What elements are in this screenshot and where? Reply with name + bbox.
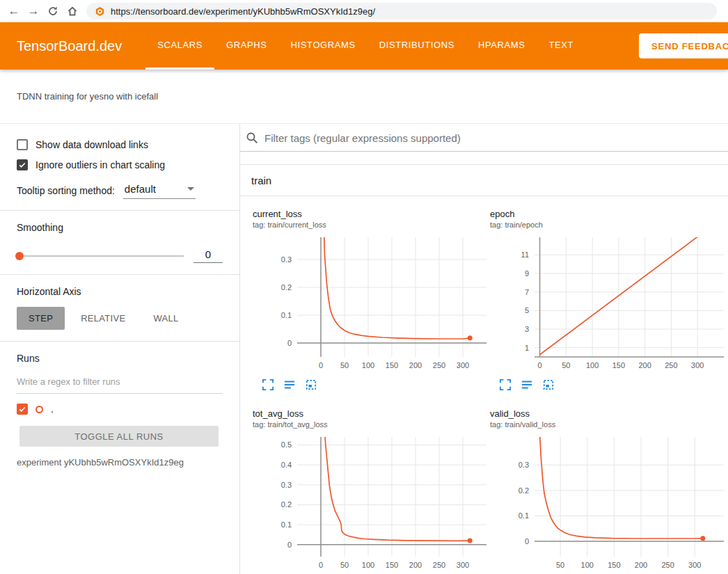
svg-text:200: 200 (409, 361, 422, 369)
axis-step-button[interactable]: STEP (17, 307, 65, 330)
svg-text:150: 150 (386, 361, 398, 369)
main-content: train current_losstag: train/current_los… (240, 124, 728, 574)
tooltip-sorting-value: default (125, 183, 156, 195)
svg-text:200: 200 (638, 361, 651, 369)
settings-sidebar: Show data download links Ignore outliers… (0, 124, 240, 574)
svg-text:100: 100 (362, 561, 374, 569)
run-name: . (51, 404, 54, 415)
ignore-outliers-checkbox[interactable] (17, 159, 28, 170)
home-icon[interactable] (63, 1, 82, 21)
svg-text:50: 50 (556, 561, 564, 569)
sidebar-divider (0, 341, 239, 342)
url-text: https://tensorboard.dev/experiment/yKUbh… (111, 6, 375, 17)
svg-text:0: 0 (319, 361, 323, 369)
svg-text:0.5: 0.5 (281, 440, 292, 449)
tab-graphs[interactable]: GRAPHS (214, 22, 279, 70)
experiment-id-label: experiment yKUbhb5wRmOSXYkId1z9eg (17, 457, 223, 468)
svg-text:150: 150 (612, 361, 625, 369)
svg-text:50: 50 (340, 561, 349, 569)
smoothing-value[interactable]: 0 (193, 248, 223, 263)
expand-icon[interactable] (262, 379, 274, 390)
tab-histograms[interactable]: HISTOGRAMS (279, 22, 367, 70)
svg-text:0.3: 0.3 (281, 255, 292, 264)
chart-tag: tag: train/epoch (490, 221, 724, 229)
runs-label: Runs (17, 353, 223, 364)
tab-text[interactable]: TEXT (537, 22, 586, 70)
svg-text:100: 100 (581, 561, 594, 569)
tab-distributions[interactable]: DISTRIBUTIONS (367, 22, 466, 70)
tooltip-sorting-label: Tooltip sorting method: (17, 185, 115, 196)
charts-grid: current_losstag: train/current_loss05010… (240, 196, 728, 574)
chart-plot[interactable]: 05010015020025030000.10.20.30.40.5 (253, 434, 486, 571)
chart-card: tot_avg_losstag: train/tot_avg_loss05010… (253, 408, 486, 574)
svg-text:200: 200 (635, 561, 647, 569)
experiment-title-row: TDNN training for yesno with icefall (0, 70, 728, 124)
smoothing-slider-handle[interactable] (15, 252, 24, 260)
chart-plot[interactable]: 5010015020025030000.10.20.3 (490, 434, 724, 571)
chart-tag: tag: train/valid_loss (490, 420, 724, 429)
tag-filter-bar (240, 124, 728, 152)
run-checkbox[interactable] (17, 404, 28, 415)
chart-tag: tag: train/tot_avg_loss (253, 420, 486, 429)
svg-text:0: 0 (525, 537, 529, 545)
tooltip-sorting-select[interactable]: default (123, 182, 196, 199)
svg-text:100: 100 (586, 361, 599, 369)
tensorboard-favicon (95, 6, 105, 17)
tensorboard-logo: TensorBoard.dev (17, 38, 122, 54)
chart-plot[interactable]: 0501001502002503001357911 (490, 234, 724, 371)
smoothing-slider[interactable] (17, 255, 184, 257)
svg-text:0.1: 0.1 (281, 311, 292, 319)
svg-text:0.2: 0.2 (281, 283, 292, 292)
svg-text:3: 3 (525, 325, 529, 333)
section-header-train[interactable]: train (240, 165, 728, 196)
svg-text:300: 300 (691, 361, 704, 369)
app-header: TensorBoard.dev SCALARS GRAPHS HISTOGRAM… (0, 22, 728, 70)
sidebar-divider (0, 274, 239, 275)
svg-text:0.2: 0.2 (519, 486, 529, 495)
runs-filter-input[interactable] (17, 372, 223, 394)
chart-toolbar (253, 379, 486, 390)
search-icon (246, 131, 258, 144)
fit-domain-icon[interactable] (306, 379, 317, 390)
svg-text:200: 200 (409, 561, 422, 569)
tab-scalars[interactable]: SCALARS (145, 22, 214, 70)
svg-text:100: 100 (362, 361, 374, 369)
address-bar[interactable]: https://tensorboard.dev/experiment/yKUbh… (86, 3, 717, 19)
run-color-swatch (35, 406, 43, 413)
svg-text:300: 300 (688, 561, 701, 569)
svg-text:250: 250 (433, 561, 445, 569)
chart-title: valid_loss (490, 408, 724, 419)
sidebar-divider (0, 210, 239, 211)
toggle-all-runs-button[interactable]: TOGGLE ALL RUNS (19, 426, 219, 447)
show-download-links-label: Show data download links (35, 139, 148, 150)
svg-text:0.1: 0.1 (281, 520, 292, 529)
svg-text:1: 1 (525, 344, 529, 352)
svg-text:250: 250 (433, 361, 445, 369)
svg-text:0: 0 (319, 561, 323, 569)
chart-tag: tag: train/current_loss (253, 221, 486, 229)
runs-menu-icon[interactable] (284, 379, 295, 390)
back-icon[interactable]: ← (4, 1, 24, 21)
axis-wall-button[interactable]: WALL (141, 307, 190, 330)
expand-icon[interactable] (500, 379, 511, 390)
axis-relative-button[interactable]: RELATIVE (69, 307, 137, 330)
forward-icon[interactable]: → (24, 1, 43, 21)
chart-toolbar (490, 379, 724, 390)
show-download-links-checkbox[interactable] (17, 139, 28, 150)
fit-domain-icon[interactable] (543, 379, 554, 390)
svg-text:0.3: 0.3 (519, 461, 529, 469)
svg-text:7: 7 (525, 288, 529, 296)
tab-hparams[interactable]: HPARAMS (466, 22, 537, 70)
svg-text:50: 50 (562, 361, 570, 369)
refresh-icon[interactable] (43, 1, 63, 21)
svg-text:250: 250 (661, 561, 674, 569)
runs-menu-icon[interactable] (521, 379, 532, 390)
send-feedback-button[interactable]: SEND FEEDBACK (639, 33, 728, 58)
tag-filter-input[interactable] (264, 132, 728, 144)
chart-plot[interactable]: 05010015020025030000.10.20.3 (253, 234, 486, 371)
browser-toolbar: ← → https://tensorboard.dev/experiment/y… (0, 0, 728, 22)
run-list-item[interactable]: . (17, 404, 223, 415)
svg-text:50: 50 (340, 361, 349, 369)
chart-card: current_losstag: train/current_loss05010… (253, 209, 486, 390)
svg-text:300: 300 (457, 561, 469, 569)
